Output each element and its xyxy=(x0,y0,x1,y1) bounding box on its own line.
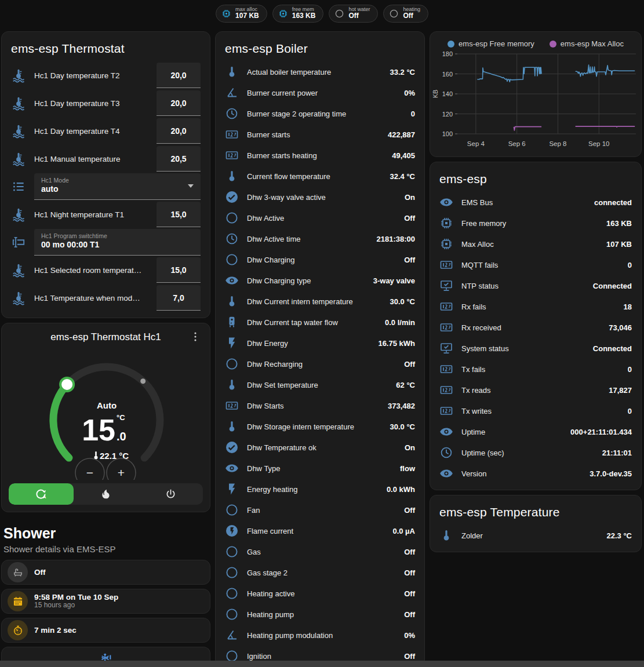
setting-row: Hc1 Temperature when mod… 7,0 xyxy=(2,284,210,312)
entity-row[interactable]: Burner starts 422,887 xyxy=(216,124,424,145)
entity-label: Dhw Storage intern temperature xyxy=(247,422,381,431)
entity-row[interactable]: Rx received 73,046 xyxy=(430,317,641,338)
entity-row[interactable]: Tx fails 0 xyxy=(430,359,641,380)
setting-label: Hc1 Day temperature T2 xyxy=(34,71,148,80)
mode-button-power[interactable] xyxy=(138,483,203,505)
horizontal-scrollbar[interactable] xyxy=(0,661,644,667)
thermostat-dial[interactable]: Auto 15 °C .0 22.1 °C − + xyxy=(2,343,210,480)
entity-row[interactable]: Uptime 000+21:11:01.434 xyxy=(430,421,641,442)
entity-row[interactable]: Dhw Energy 16.75 kWh xyxy=(216,333,424,353)
shower-tile[interactable]: Off xyxy=(1,560,210,585)
entity-label: Dhw Current intern temperature xyxy=(247,297,381,306)
text-input[interactable]: Hc1 Program switchtime 00 mo 00:00 T1 xyxy=(34,229,201,256)
entity-row[interactable]: Dhw Active time 2181:38:00 xyxy=(216,228,424,249)
entity-row[interactable]: Burner starts heating 49,405 xyxy=(216,145,424,166)
entity-row[interactable]: Burner current power 0% xyxy=(216,82,424,103)
entity-row[interactable]: Rx fails 18 xyxy=(430,296,641,317)
number-input[interactable]: 20,5 xyxy=(157,146,201,172)
entity-row[interactable]: Dhw Current tap water flow 0.0 l/min xyxy=(216,312,424,333)
number-input[interactable]: 7,0 xyxy=(157,285,201,311)
entity-row[interactable]: NTP status Connected xyxy=(430,275,641,296)
entity-label: Dhw Set temperature xyxy=(247,381,388,389)
entity-row[interactable]: Dhw 3-way valve active On xyxy=(216,187,424,207)
chip-hot-water[interactable]: hot water Off xyxy=(329,5,378,23)
number-input[interactable]: 20,0 xyxy=(157,63,201,88)
entity-row[interactable]: EMS Bus connected xyxy=(430,192,641,213)
entity-value: Off xyxy=(404,610,415,619)
entity-row[interactable]: Heating active Off xyxy=(216,583,424,604)
entity-row[interactable]: Burner stage 2 operating time 0 xyxy=(216,103,424,124)
entity-label: Current flow temperature xyxy=(247,172,381,181)
entity-row[interactable]: Dhw Temperature ok On xyxy=(216,437,424,458)
svg-text:−: − xyxy=(86,466,93,479)
entity-row[interactable]: Flame current 0.0 µA xyxy=(216,520,424,541)
counter-icon xyxy=(439,383,453,397)
entity-row[interactable]: System status Connected xyxy=(430,338,641,359)
entity-row[interactable]: Gas stage 2 Off xyxy=(216,562,424,583)
entity-row[interactable]: Max Alloc 107 KB xyxy=(430,234,641,254)
entity-row[interactable]: Dhw Charging type 3-way valve xyxy=(216,270,424,291)
entity-row[interactable]: Dhw Charging Off xyxy=(216,249,424,270)
entity-label: Dhw Recharging xyxy=(247,360,396,369)
legend-item[interactable]: ems-esp Max Alloc xyxy=(550,39,624,48)
number-input[interactable]: 20,0 xyxy=(157,90,201,116)
number-input[interactable]: 20,0 xyxy=(157,118,201,144)
entity-row[interactable]: Tx writes 0 xyxy=(430,400,641,421)
entity-row[interactable]: Heating pump modulation 0% xyxy=(216,625,424,646)
entity-row[interactable]: Current flow temperature 32.4 °C xyxy=(216,166,424,187)
angle-acute-icon xyxy=(225,628,239,642)
number-input[interactable]: 15,0 xyxy=(157,202,201,227)
mode-select[interactable]: Hc1 Mode auto xyxy=(34,173,201,200)
entity-row[interactable]: Zolder 22.3 °C xyxy=(430,525,641,546)
entity-row[interactable]: Tx reads 17,827 xyxy=(430,380,641,400)
entity-row[interactable]: Fan Off xyxy=(216,500,424,520)
entity-label: Dhw Temperature ok xyxy=(247,443,396,452)
clock-outline-icon xyxy=(225,107,239,121)
decrease-temp-button: − xyxy=(75,458,104,480)
svg-text:160: 160 xyxy=(442,71,453,78)
entity-row[interactable]: Free memory 163 KB xyxy=(430,213,641,234)
number-input[interactable]: 15,0 xyxy=(157,257,201,283)
entity-row[interactable]: Version 3.7.0-dev.35 xyxy=(430,463,641,484)
entity-row[interactable]: Dhw Recharging Off xyxy=(216,353,424,374)
chip-value: Off xyxy=(403,12,420,20)
entity-row[interactable]: Heating pump Off xyxy=(216,604,424,625)
dashboard-columns: ems-esp Thermostat Hc1 Day temperature T… xyxy=(0,27,644,667)
legend-label: ems-esp Free memory xyxy=(459,39,534,48)
entity-row[interactable]: Uptime (sec) 21:11:01 xyxy=(430,442,641,463)
entity-row[interactable]: Dhw Active Off xyxy=(216,207,424,228)
thermometer-icon xyxy=(225,169,239,183)
memory-icon xyxy=(439,216,453,230)
entity-row[interactable]: Actual boiler temperature 33.2 °C xyxy=(216,61,424,82)
entity-label: Rx fails xyxy=(461,302,616,311)
mode-button-fire[interactable] xyxy=(74,483,139,505)
chip-max-alloc[interactable]: max alloc 107 KB xyxy=(216,5,267,23)
chip-heating[interactable]: heating Off xyxy=(383,5,428,23)
entity-label: Uptime (sec) xyxy=(461,449,594,457)
entity-row[interactable]: Dhw Set temperature 62 °C xyxy=(216,374,424,395)
setting-row: Hc1 Day temperature T4 20,0 xyxy=(2,117,210,145)
column-middle: ems-esp Boiler Actual boiler temperature… xyxy=(215,31,425,667)
entity-row[interactable]: Energy heating 0.0 kWh xyxy=(216,479,424,500)
entity-row[interactable]: MQTT fails 0 xyxy=(430,254,641,275)
circle-outline-icon xyxy=(225,357,239,371)
legend-item[interactable]: ems-esp Free memory xyxy=(447,39,534,48)
field-label: Hc1 Program switchtime xyxy=(41,232,194,239)
shower-tile[interactable]: 7 min 2 sec xyxy=(1,618,210,643)
entity-value: 33.2 °C xyxy=(390,68,415,76)
entity-row[interactable]: Dhw Type flow xyxy=(216,458,424,479)
mode-button-thermostat-auto[interactable]: A xyxy=(9,483,74,505)
entity-value: Connected xyxy=(593,344,632,353)
eye-icon xyxy=(439,425,453,439)
setting-row: Hc1 Manual temperature 20,5 xyxy=(2,145,210,173)
setting-row: Hc1 Day temperature T2 20,0 xyxy=(2,61,210,89)
coolant-thermometer-icon xyxy=(11,96,26,111)
entity-row[interactable]: Dhw Current intern temperature 30.0 °C xyxy=(216,291,424,312)
entity-row[interactable]: Dhw Starts 373,482 xyxy=(216,395,424,416)
dots-vertical-icon[interactable] xyxy=(189,330,202,343)
entity-row[interactable]: Dhw Storage intern temperature 30.0 °C xyxy=(216,416,424,437)
entity-row[interactable]: Gas Off xyxy=(216,541,424,562)
shower-tile[interactable]: 9:58 PM on Tue 10 Sep 15 hours ago xyxy=(1,589,210,614)
card-title: ems-esp xyxy=(430,162,641,192)
chip-free-mem[interactable]: free mem 163 KB xyxy=(272,5,324,23)
